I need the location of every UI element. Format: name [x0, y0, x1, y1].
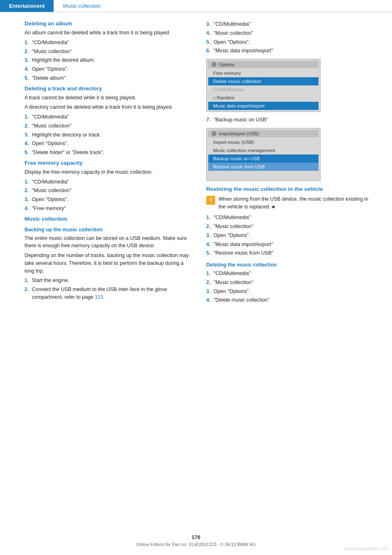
list-item: 4."Delete music collection"	[206, 296, 376, 304]
list-item: 1."CD/Multimedia"	[24, 113, 194, 121]
list-item: 3."CD/Multimedia"	[206, 20, 376, 28]
list-item: 3.Open "Options".	[206, 232, 376, 239]
page-number: 176	[192, 534, 200, 540]
list-item: 5.Open "Options".	[206, 38, 376, 46]
list-item: 1.Start the engine.	[24, 277, 194, 284]
list-deleting-track: 1."CD/Multimedia" 2."Music collection" 3…	[24, 113, 194, 157]
list-item: 3.Open "Options".	[206, 288, 376, 295]
list-item: 7. "Backup music on USB"	[206, 116, 376, 124]
gear-icon	[212, 62, 216, 67]
tab-entertainment[interactable]: Entertainment	[0, 0, 53, 12]
list-item: 4.Open "Options".	[24, 65, 194, 73]
list-item: 5."Delete album"	[24, 74, 194, 82]
list-free-memory: 1."CD/Multimedia" 2."Music collection" 3…	[24, 178, 194, 213]
list-item: 2. Connect the USB medium to the USB int…	[24, 286, 194, 301]
section-deleting-track: Deleting a track and directory A track c…	[24, 85, 194, 157]
heading-deleting-track: Deleting a track and directory	[24, 85, 194, 92]
list-item: 2."Music collection"	[24, 48, 194, 56]
list-item: 2."Music collection"	[206, 279, 376, 286]
menu-item-random: Random	[208, 94, 318, 102]
list-item: 1."CD/Multimedia"	[24, 39, 194, 47]
warning-box: ! When storing from the USB device, the …	[206, 195, 376, 211]
gear-icon-2	[212, 131, 216, 136]
menu-item-delete-music: Delete music collection	[208, 77, 318, 85]
body-backing-up-2: Depending on the number of tracks, backi…	[24, 252, 194, 275]
section-free-memory: Free memory capacity Display the free me…	[24, 160, 194, 213]
list-item: 2."Music collection"	[24, 122, 194, 130]
section-music-collection: Music collection Backing up the music co…	[24, 216, 194, 301]
menu-item-music-data-import: Music data import/export	[208, 102, 318, 110]
body-backing-up-1: The entire music collection can be store…	[24, 235, 194, 250]
heading-free-memory: Free memory capacity	[24, 160, 194, 166]
heading-deleting-music-collection: Deleting the music collection	[206, 262, 376, 268]
list-item: 4.Open "Options".	[24, 140, 194, 148]
heading-restoring: Restoring the music collection in the ve…	[206, 186, 376, 192]
menu-item-restore-usb: Restore music from USB	[208, 163, 318, 171]
screenshot-title-bar-2: Import/export (USB)	[208, 130, 318, 137]
list-deleting-album: 1."CD/Multimedia" 2."Music collection" 3…	[24, 39, 194, 82]
screenshot-options-menu: Options Free memory Delete music collect…	[206, 59, 321, 112]
body-deleting-track-1: A track cannot be deleted while it is be…	[24, 94, 194, 102]
list-item: 4."Free memory"	[24, 205, 194, 213]
footer-text: Online Edition for Part no. 01402911223 …	[136, 542, 256, 547]
list-backing-up: 1.Start the engine. 2. Connect the USB m…	[24, 277, 194, 301]
body-deleting-track-2: A directory cannot be deleted while a tr…	[24, 103, 194, 111]
screenshot2-title: Import/export (USB)	[219, 131, 259, 136]
list-item: 2."Music collection"	[206, 223, 376, 231]
list-restore: 1."CD/Multimedia" 2."Music collection" 3…	[206, 214, 376, 257]
section-deleting-album: Deleting an album An album cannot be del…	[24, 20, 194, 82]
list-item: 3.Open "Options".	[24, 196, 194, 204]
list-step7: 7. "Backup music on USB"	[206, 116, 376, 124]
heading-music-collection: Music collection	[24, 216, 194, 222]
screenshot-padding	[208, 171, 318, 179]
header-bar: Entertainment Music collection	[0, 0, 392, 12]
list-item: 4."Music collection"	[206, 29, 376, 37]
warning-icon: !	[206, 196, 215, 205]
content-area: Deleting an album An album cannot be del…	[0, 12, 392, 324]
watermark: carmanualsonline.info	[344, 546, 388, 551]
menu-item-backup-usb: Backup music on USB	[208, 154, 318, 163]
list-item: 4."Music data import/export"	[206, 241, 376, 248]
tab-entertainment-label: Entertainment	[9, 3, 45, 9]
list-item: 3.Highlight the desired album.	[24, 56, 194, 64]
right-column: 3."CD/Multimedia" 4."Music collection" 5…	[206, 20, 376, 307]
list-item: 5."Delete folder" or "Delete track".	[24, 149, 194, 157]
warning-text: When storing from the USB device, the mu…	[218, 195, 376, 211]
menu-item-free-memory: Free memory	[208, 69, 318, 77]
list-delete-collection: 1."CD/Multimedia" 2."Music collection" 3…	[206, 270, 376, 304]
footer: 176 Online Edition for Part no. 01402911…	[0, 534, 392, 547]
body-deleting-album: An album cannot be deleted while a track…	[24, 29, 194, 37]
list-item: 6."Music data import/export"	[206, 47, 376, 55]
list-item: 1."CD/Multimedia"	[206, 270, 376, 278]
list-item: 5."Restore music from USB"	[206, 249, 376, 257]
subheading-backing-up: Backing up the music collection	[24, 227, 194, 233]
screenshot1-title: Options	[219, 62, 234, 67]
tab-music-collection[interactable]: Music collection	[53, 0, 109, 12]
screenshot-import-export: Import/export (USB) Import music (USB) M…	[206, 128, 321, 181]
list-item: 3.Highlight the directory or track.	[24, 131, 194, 139]
left-column: Deleting an album An album cannot be del…	[24, 20, 194, 307]
list-continued: 3."CD/Multimedia" 4."Music collection" 5…	[206, 20, 376, 55]
page-container: Entertainment Music collection Deleting …	[0, 0, 392, 555]
list-item: 1."CD/Multimedia"	[24, 178, 194, 186]
menu-item-cd-multimedia: CD/Multimedia	[208, 85, 318, 94]
menu-item-collection-mgmt: Music collection management	[208, 146, 318, 154]
menu-item-import-music: Import music (USB)	[208, 138, 318, 146]
body-free-memory: Display the free memory capacity in the …	[24, 168, 194, 176]
list-item: 2."Music collection"	[24, 187, 194, 195]
tab-music-collection-label: Music collection	[63, 3, 100, 9]
screenshot-title-bar-1: Options	[208, 61, 318, 68]
list-item: 1."CD/Multimedia"	[206, 214, 376, 222]
heading-deleting-album: Deleting an album	[24, 20, 194, 27]
